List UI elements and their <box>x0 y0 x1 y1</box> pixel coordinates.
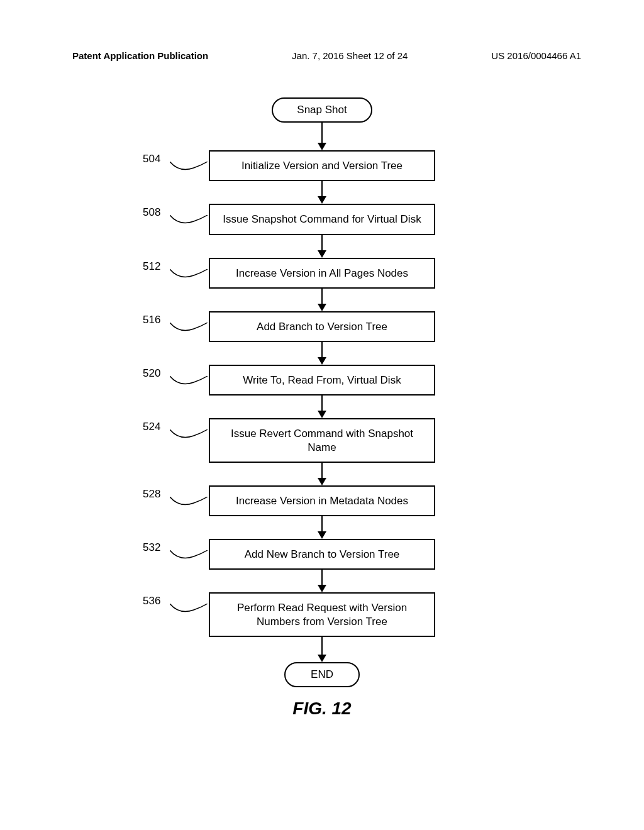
step-520: 520 Write To, Read From, Virtual Disk <box>209 365 435 396</box>
step-text: Add New Branch to Version Tree <box>245 548 400 561</box>
leader-line <box>170 269 208 283</box>
step-512: 512 Increase Version in All Pages Nodes <box>209 258 435 289</box>
terminator-start: Snap Shot <box>272 97 372 123</box>
leader-line <box>170 497 208 511</box>
step-box: Initialize Version and Version Tree <box>209 150 435 181</box>
leader-line <box>170 162 208 175</box>
step-number: 508 <box>143 206 160 219</box>
step-508: 508 Issue Snapshot Command for Virtual D… <box>209 204 435 235</box>
step-number: 512 <box>143 260 160 273</box>
step-box: Add New Branch to Version Tree <box>209 539 435 570</box>
step-number: 528 <box>143 488 160 501</box>
step-532: 532 Add New Branch to Version Tree <box>209 539 435 570</box>
figure-caption: FIG. 12 <box>292 699 351 719</box>
step-box: Perform Read Request with Version Number… <box>209 592 435 637</box>
terminator-end: END <box>284 662 360 687</box>
step-528: 528 Increase Version in Metadata Nodes <box>209 485 435 516</box>
leader-line <box>170 550 208 564</box>
step-text: Issue Revert Command with Snapshot Name <box>219 427 425 454</box>
leader-line <box>170 429 208 443</box>
arrow <box>318 289 326 311</box>
arrow <box>318 123 326 150</box>
header-center: Jan. 7, 2016 Sheet 12 of 24 <box>292 50 408 61</box>
step-box: Increase Version in Metadata Nodes <box>209 485 435 516</box>
step-number: 532 <box>143 541 160 554</box>
step-box: Increase Version in All Pages Nodes <box>209 258 435 289</box>
step-number: 520 <box>143 367 160 380</box>
step-box: Issue Revert Command with Snapshot Name <box>209 418 435 463</box>
step-number: 504 <box>143 153 160 165</box>
step-number: 536 <box>143 595 160 607</box>
step-box: Write To, Read From, Virtual Disk <box>209 365 435 396</box>
step-536: 536 Perform Read Request with Version Nu… <box>209 592 435 637</box>
arrow <box>318 235 326 258</box>
flowchart: Snap Shot 504 Initialize Version and Ver… <box>0 97 644 719</box>
arrow <box>318 463 326 485</box>
step-504: 504 Initialize Version and Version Tree <box>209 150 435 181</box>
arrow <box>318 181 326 204</box>
page-header: Patent Application Publication Jan. 7, 2… <box>0 50 644 61</box>
arrow <box>318 637 326 662</box>
step-box: Add Branch to Version Tree <box>209 311 435 342</box>
step-text: Increase Version in Metadata Nodes <box>236 494 408 507</box>
arrow <box>318 570 326 592</box>
leader-line <box>170 215 208 229</box>
step-text: Initialize Version and Version Tree <box>242 159 402 172</box>
step-516: 516 Add Branch to Version Tree <box>209 311 435 342</box>
arrow <box>318 396 326 418</box>
step-524: 524 Issue Revert Command with Snapshot N… <box>209 418 435 463</box>
step-number: 516 <box>143 314 160 326</box>
step-text: Issue Snapshot Command for Virtual Disk <box>223 213 421 226</box>
step-text: Add Branch to Version Tree <box>257 320 387 333</box>
arrow <box>318 342 326 365</box>
leader-line <box>170 604 208 617</box>
step-text: Increase Version in All Pages Nodes <box>236 267 408 280</box>
step-text: Perform Read Request with Version Number… <box>219 601 425 628</box>
step-box: Issue Snapshot Command for Virtual Disk <box>209 204 435 235</box>
leader-line <box>170 376 208 390</box>
header-left: Patent Application Publication <box>72 50 208 61</box>
header-right: US 2016/0004466 A1 <box>491 50 581 61</box>
leader-line <box>170 323 208 336</box>
step-text: Write To, Read From, Virtual Disk <box>243 374 401 387</box>
terminator-end-label: END <box>311 668 333 681</box>
arrow <box>318 516 326 539</box>
terminator-start-label: Snap Shot <box>297 104 347 116</box>
step-number: 524 <box>143 421 160 433</box>
